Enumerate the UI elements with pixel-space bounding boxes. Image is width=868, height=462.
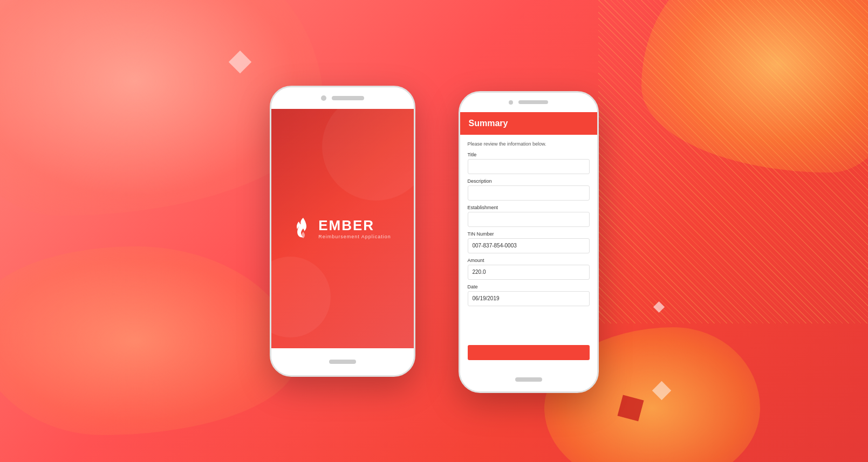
form-group-title: Title bbox=[468, 152, 590, 174]
label-date: Date bbox=[468, 284, 590, 289]
screen-footer bbox=[460, 340, 597, 368]
content-area: EMBER Reimbursement Application Summary … bbox=[0, 0, 868, 462]
label-tin: TIN Number bbox=[468, 231, 590, 237]
screen-body: Please review the information below. Tit… bbox=[460, 135, 597, 340]
input-tin[interactable] bbox=[468, 238, 590, 253]
phone-right-speaker bbox=[518, 100, 548, 104]
form-group-amount: Amount bbox=[468, 258, 590, 280]
phone-left-top-bar bbox=[271, 87, 414, 109]
label-description: Description bbox=[468, 178, 590, 184]
phone-right-camera bbox=[509, 100, 513, 105]
input-title[interactable] bbox=[468, 159, 590, 174]
splash-text-area: EMBER Reimbursement Application bbox=[318, 217, 391, 239]
phone-left-bottom-bar bbox=[271, 348, 414, 375]
submit-button[interactable] bbox=[468, 345, 590, 360]
form-group-tin: TIN Number bbox=[468, 231, 590, 253]
input-date[interactable] bbox=[468, 291, 590, 306]
screen-subtitle: Please review the information below. bbox=[468, 141, 590, 147]
phone-right-top-bar bbox=[460, 93, 597, 112]
phone-left: EMBER Reimbursement Application bbox=[270, 86, 415, 377]
input-description[interactable] bbox=[468, 185, 590, 201]
splash-logo-area: EMBER Reimbursement Application bbox=[293, 217, 391, 240]
app-subtitle: Reimbursement Application bbox=[318, 234, 391, 239]
label-title: Title bbox=[468, 152, 590, 157]
phone-right: Summary Please review the information be… bbox=[459, 91, 599, 393]
screen-header: Summary bbox=[460, 112, 597, 135]
form-group-description: Description bbox=[468, 178, 590, 201]
form-group-establishment: Establishment bbox=[468, 205, 590, 227]
summary-screen: Summary Please review the information be… bbox=[460, 112, 597, 368]
app-name: EMBER bbox=[318, 217, 391, 234]
input-establishment[interactable] bbox=[468, 212, 590, 227]
label-establishment: Establishment bbox=[468, 205, 590, 210]
label-amount: Amount bbox=[468, 258, 590, 263]
splash-screen: EMBER Reimbursement Application bbox=[271, 109, 414, 348]
phone-right-home-button bbox=[515, 377, 542, 382]
phone-left-home-button bbox=[329, 360, 356, 364]
form-group-date: Date bbox=[468, 284, 590, 306]
phone-right-bottom-bar bbox=[460, 368, 597, 391]
phone-left-speaker bbox=[332, 96, 364, 100]
phone-left-camera bbox=[321, 95, 326, 101]
input-amount[interactable] bbox=[468, 265, 590, 280]
screen-header-title: Summary bbox=[469, 119, 508, 128]
flame-icon bbox=[293, 217, 313, 240]
